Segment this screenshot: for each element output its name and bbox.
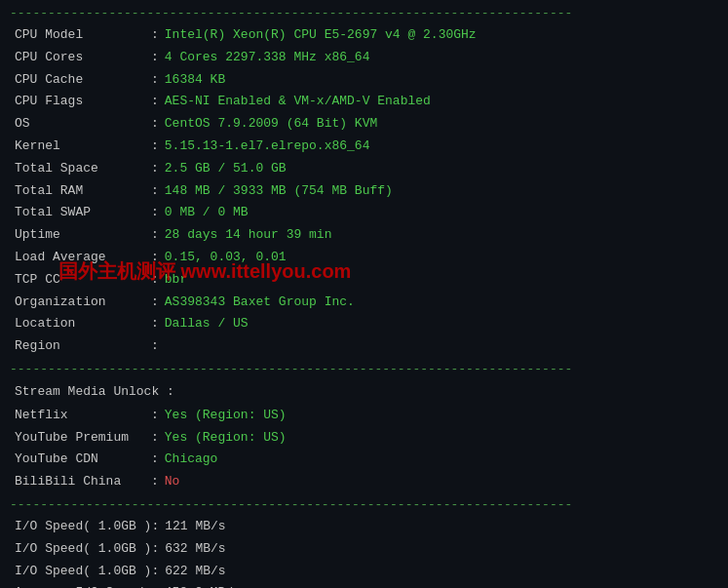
total-space-label: Total Space bbox=[15, 159, 151, 179]
cpu-cache-value: 16384 KB bbox=[165, 70, 225, 91]
bilibili-value: No bbox=[165, 472, 180, 492]
io1-label: I/O Speed( 1.0GB ) bbox=[15, 517, 151, 537]
io2-label: I/O Speed( 1.0GB ) bbox=[15, 539, 151, 560]
total-swap-value: 0 MB / 0 MB bbox=[165, 203, 249, 223]
io1-row: I/O Speed( 1.0GB ) : 121 MB/s bbox=[0, 516, 728, 538]
io3-row: I/O Speed( 1.0GB ) : 622 MB/s bbox=[0, 561, 728, 583]
avg-io-row: Average I/O Speed : 458.3 MB/s bbox=[0, 582, 728, 588]
youtube-cdn-value: Chicago bbox=[165, 450, 218, 470]
io2-value: 632 MB/s bbox=[165, 539, 225, 560]
cpu-cores-label: CPU Cores bbox=[15, 48, 151, 68]
divider-top: ----------------------------------------… bbox=[0, 4, 728, 22]
divider-2: ----------------------------------------… bbox=[0, 495, 728, 514]
region-label: Region bbox=[15, 336, 151, 357]
divider-1: ----------------------------------------… bbox=[0, 360, 728, 378]
total-space-row: Total Space : 2.5 GB / 51.0 GB bbox=[0, 158, 728, 180]
system-info-section: CPU Model : Intel(R) Xeon(R) CPU E5-2697… bbox=[0, 22, 728, 360]
uptime-row: Uptime : 28 days 14 hour 39 min bbox=[0, 224, 728, 247]
cpu-cache-row: CPU Cache : 16384 KB bbox=[0, 69, 728, 92]
io3-label: I/O Speed( 1.0GB ) bbox=[15, 562, 151, 582]
cpu-model-label: CPU Model bbox=[15, 25, 151, 46]
org-value: AS398343 Baxet Group Inc. bbox=[165, 293, 355, 313]
cpu-cache-label: CPU Cache bbox=[15, 70, 151, 91]
youtube-cdn-label: YouTube CDN bbox=[15, 450, 151, 470]
total-space-value: 2.5 GB / 51.0 GB bbox=[165, 159, 287, 179]
cpu-model-row: CPU Model : Intel(R) Xeon(R) CPU E5-2697… bbox=[0, 24, 728, 47]
kernel-label: Kernel bbox=[15, 137, 151, 157]
netflix-row: Netflix : Yes (Region: US) bbox=[0, 405, 728, 427]
streaming-header: Stream Media Unlock : bbox=[0, 380, 728, 405]
io3-value: 622 MB/s bbox=[165, 562, 225, 582]
cpu-cores-row: CPU Cores : 4 Cores 2297.338 MHz x86_64 bbox=[0, 47, 728, 69]
os-value: CentOS 7.9.2009 (64 Bit) KVM bbox=[165, 114, 377, 135]
watermark: 国外主机测评 www.ittellyou.com bbox=[58, 258, 351, 285]
io-section: I/O Speed( 1.0GB ) : 121 MB/s I/O Speed(… bbox=[0, 514, 728, 588]
total-swap-label: Total SWAP bbox=[15, 203, 151, 223]
youtube-cdn-row: YouTube CDN : Chicago bbox=[0, 449, 728, 471]
netflix-value: Yes (Region: US) bbox=[165, 406, 287, 426]
io2-row: I/O Speed( 1.0GB ) : 632 MB/s bbox=[0, 538, 728, 561]
bilibili-row: BiliBili China : No bbox=[0, 471, 728, 493]
avg-io-label: Average I/O Speed bbox=[15, 583, 151, 588]
location-label: Location bbox=[15, 314, 151, 334]
avg-io-value: 458.3 MB/s bbox=[165, 583, 241, 588]
os-label: OS bbox=[15, 114, 151, 135]
location-row: Location : Dallas / US bbox=[0, 313, 728, 335]
org-label: Organization bbox=[15, 293, 151, 313]
youtube-premium-label: YouTube Premium bbox=[15, 428, 151, 449]
cpu-flags-row: CPU Flags : AES-NI Enabled & VM-x/AMD-V … bbox=[0, 91, 728, 113]
total-ram-label: Total RAM bbox=[15, 181, 151, 202]
cpu-flags-value: AES-NI Enabled & VM-x/AMD-V Enabled bbox=[165, 92, 431, 112]
location-value: Dallas / US bbox=[165, 314, 249, 334]
org-row: Organization : AS398343 Baxet Group Inc. bbox=[0, 292, 728, 314]
total-swap-row: Total SWAP : 0 MB / 0 MB bbox=[0, 202, 728, 224]
cpu-flags-label: CPU Flags bbox=[15, 92, 151, 112]
os-row: OS : CentOS 7.9.2009 (64 Bit) KVM bbox=[0, 113, 728, 136]
netflix-label: Netflix bbox=[15, 406, 151, 426]
uptime-value: 28 days 14 hour 39 min bbox=[165, 225, 332, 246]
youtube-premium-row: YouTube Premium : Yes (Region: US) bbox=[0, 427, 728, 450]
cpu-cores-value: 4 Cores 2297.338 MHz x86_64 bbox=[165, 48, 370, 68]
kernel-value: 5.15.13-1.el7.elrepo.x86_64 bbox=[165, 137, 370, 157]
youtube-premium-value: Yes (Region: US) bbox=[165, 428, 287, 449]
uptime-label: Uptime bbox=[15, 225, 151, 246]
total-ram-row: Total RAM : 148 MB / 3933 MB (754 MB Buf… bbox=[0, 180, 728, 203]
bilibili-label: BiliBili China bbox=[15, 472, 151, 492]
io1-value: 121 MB/s bbox=[165, 517, 225, 537]
streaming-section: Stream Media Unlock : Netflix : Yes (Reg… bbox=[0, 378, 728, 495]
region-row: Region : bbox=[0, 335, 728, 358]
kernel-row: Kernel : 5.15.13-1.el7.elrepo.x86_64 bbox=[0, 136, 728, 158]
main-container: ----------------------------------------… bbox=[0, 0, 728, 588]
total-ram-value: 148 MB / 3933 MB (754 MB Buff) bbox=[165, 181, 393, 202]
cpu-model-value: Intel(R) Xeon(R) CPU E5-2697 v4 @ 2.30GH… bbox=[165, 25, 477, 46]
